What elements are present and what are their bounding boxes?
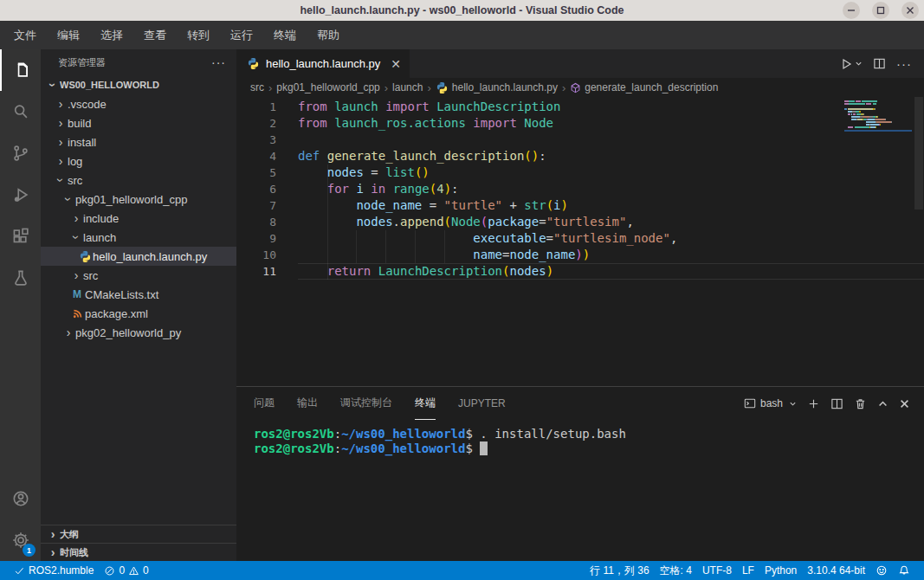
code-line-4[interactable]: 4def generate_launch_description(): bbox=[236, 148, 924, 164]
terminal-line: ros2@ros2Vb:~/ws00_helloworld$ bbox=[254, 441, 924, 456]
code-line-9[interactable]: 9 executable="turtlesim_node", bbox=[236, 230, 924, 247]
code-line-6[interactable]: 6 for i in range(4): bbox=[236, 181, 924, 197]
feedback-item[interactable] bbox=[870, 561, 893, 580]
minimize-button[interactable] bbox=[843, 2, 860, 19]
code-line-5[interactable]: 5 nodes = list() bbox=[236, 164, 924, 181]
activity-testing[interactable] bbox=[0, 257, 41, 299]
editor-scrollbar[interactable] bbox=[914, 97, 924, 386]
menu-文件[interactable]: 文件 bbox=[3, 23, 47, 48]
line-number: 3 bbox=[236, 132, 298, 148]
tree-item-pkg02_helloworld_py[interactable]: ›pkg02_helloworld_py bbox=[41, 323, 236, 342]
code-line-2[interactable]: 2from launch_ros.actions import Node bbox=[236, 115, 924, 132]
problems-status-item[interactable]: 0 0 bbox=[99, 561, 153, 580]
run-icon bbox=[839, 57, 853, 71]
activity-search[interactable] bbox=[0, 91, 41, 132]
tab-close-icon[interactable]: ✕ bbox=[391, 57, 401, 71]
panel-tab-JUPYTER[interactable]: JUPYTER bbox=[458, 387, 506, 420]
sidebar-more-button[interactable]: ··· bbox=[211, 55, 226, 69]
tree-item-log[interactable]: ›log bbox=[41, 151, 236, 171]
menu-运行[interactable]: 运行 bbox=[220, 23, 263, 48]
menu-选择[interactable]: 选择 bbox=[90, 23, 133, 48]
tree-item-ws00_helloworld[interactable]: ›WS00_HELLOWORLD bbox=[41, 75, 236, 94]
timeline-section[interactable]: › 时间线 bbox=[41, 543, 236, 561]
indentation-item[interactable]: 空格: 4 bbox=[655, 561, 697, 580]
activity-source-control[interactable] bbox=[0, 132, 41, 174]
maximize-button[interactable] bbox=[872, 2, 889, 19]
code-line-8[interactable]: 8 nodes.append(Node(package="turtlesim", bbox=[236, 214, 924, 230]
vscode-window: hello_launch.launch.py - ws00_helloworld… bbox=[0, 0, 924, 580]
activity-extensions[interactable] bbox=[0, 216, 41, 257]
cursor-position-item[interactable]: 行 11，列 36 bbox=[585, 561, 654, 580]
code-line-1[interactable]: 1from launch import LaunchDescription bbox=[236, 99, 924, 115]
terminal-shell-selector[interactable]: bash bbox=[744, 397, 797, 409]
tree-item-src[interactable]: ›src bbox=[41, 266, 236, 285]
breadcrumb-generate_launch_description[interactable]: generate_launch_description bbox=[570, 81, 718, 93]
more-actions-icon[interactable]: ··· bbox=[896, 56, 912, 71]
python-file-icon bbox=[77, 250, 93, 263]
minimap[interactable] bbox=[844, 100, 912, 132]
tree-item-src[interactable]: ›src bbox=[41, 171, 236, 190]
code-line-7[interactable]: 7 node_name = "turtle" + str(i) bbox=[236, 197, 924, 214]
code-line-3[interactable]: 3 bbox=[236, 132, 924, 148]
chevron-right-icon: › bbox=[61, 326, 75, 338]
code-line-10[interactable]: 10 name=node_name)) bbox=[236, 247, 924, 263]
tree-item-include[interactable]: ›include bbox=[41, 209, 236, 228]
eol-item[interactable]: LF bbox=[737, 561, 759, 580]
panel-tab-调试控制台[interactable]: 调试控制台 bbox=[340, 387, 392, 420]
menu-查看[interactable]: 查看 bbox=[133, 23, 177, 48]
ros-status-item[interactable]: ROS2.humble bbox=[9, 561, 99, 580]
tree-item-package.xml[interactable]: package.xml bbox=[41, 304, 236, 323]
activity-run-debug[interactable] bbox=[0, 174, 41, 216]
tab-hello-launch[interactable]: hello_launch.launch.py ✕ bbox=[236, 49, 410, 78]
tree-item-label: pkg01_helloworld_cpp bbox=[75, 193, 187, 206]
symbol-method-icon bbox=[570, 82, 581, 93]
panel-tab-输出[interactable]: 输出 bbox=[297, 387, 318, 420]
new-terminal-icon[interactable] bbox=[807, 397, 820, 410]
terminal[interactable]: ros2@ros2Vb:~/ws00_helloworld$ . install… bbox=[236, 420, 924, 561]
code-editor[interactable]: 1from launch import LaunchDescription2fr… bbox=[236, 97, 924, 386]
menu-转到[interactable]: 转到 bbox=[177, 23, 220, 48]
chevron-right-icon: › bbox=[54, 155, 68, 167]
code-text: for i in range(4): bbox=[298, 181, 924, 197]
code-text: node_name = "turtle" + str(i) bbox=[298, 197, 924, 214]
cmake-icon: M bbox=[73, 288, 81, 300]
encoding-item[interactable]: UTF-8 bbox=[697, 561, 737, 580]
code-text: from launch_ros.actions import Node bbox=[298, 115, 924, 132]
split-panel-icon[interactable] bbox=[830, 397, 843, 410]
language-item[interactable]: Python bbox=[759, 561, 802, 580]
tree-item-build[interactable]: ›build bbox=[41, 113, 236, 132]
notifications-item[interactable] bbox=[893, 561, 915, 580]
run-python-button[interactable] bbox=[839, 57, 863, 71]
menu-bar: 文件编辑选择查看转到运行终端帮助 bbox=[0, 21, 924, 49]
panel-tab-终端[interactable]: 终端 bbox=[415, 387, 436, 420]
breadcrumb-src[interactable]: src bbox=[250, 81, 264, 93]
tree-item-launch[interactable]: ›launch bbox=[41, 228, 236, 247]
breadcrumb-launch[interactable]: launch bbox=[392, 81, 423, 93]
tree-item-.vscode[interactable]: ›.vscode bbox=[41, 94, 236, 113]
close-button[interactable] bbox=[901, 2, 919, 19]
menu-帮助[interactable]: 帮助 bbox=[307, 23, 350, 48]
menu-终端[interactable]: 终端 bbox=[263, 23, 307, 48]
tree-item-cmakelists.txt[interactable]: MCMakeLists.txt bbox=[41, 285, 236, 304]
maximize-panel-icon[interactable] bbox=[877, 398, 888, 409]
close-panel-icon[interactable] bbox=[899, 398, 910, 409]
panel-tab-问题[interactable]: 问题 bbox=[254, 387, 275, 420]
breadcrumb-hello_launch.launch.py[interactable]: hello_launch.launch.py bbox=[436, 81, 558, 94]
activity-explorer[interactable] bbox=[0, 49, 41, 91]
code-text: executable="turtlesim_node", bbox=[298, 230, 924, 247]
tree-item-install[interactable]: ›install bbox=[41, 132, 236, 151]
interpreter-item[interactable]: 3.10.4 64-bit bbox=[802, 561, 870, 580]
tree-item-hello_launch.launch.py[interactable]: hello_launch.launch.py bbox=[41, 247, 236, 266]
account-icon bbox=[11, 489, 30, 508]
activity-settings[interactable]: 1 bbox=[0, 519, 41, 561]
menu-编辑[interactable]: 编辑 bbox=[47, 23, 90, 48]
tree-item-pkg01_helloworld_cpp[interactable]: ›pkg01_helloworld_cpp bbox=[41, 190, 236, 209]
kill-terminal-trash-icon[interactable] bbox=[854, 397, 867, 410]
split-editor-icon[interactable] bbox=[873, 57, 886, 70]
outline-section[interactable]: › 大纲 bbox=[41, 525, 236, 543]
activity-accounts[interactable] bbox=[0, 478, 41, 519]
code-text: nodes.append(Node(package="turtlesim", bbox=[298, 214, 924, 230]
breadcrumb-pkg01_helloworld_cpp[interactable]: pkg01_helloworld_cpp bbox=[276, 81, 379, 93]
code-line-11[interactable]: 11 return LaunchDescription(nodes) bbox=[236, 263, 924, 280]
chevron-down-icon bbox=[855, 60, 863, 68]
